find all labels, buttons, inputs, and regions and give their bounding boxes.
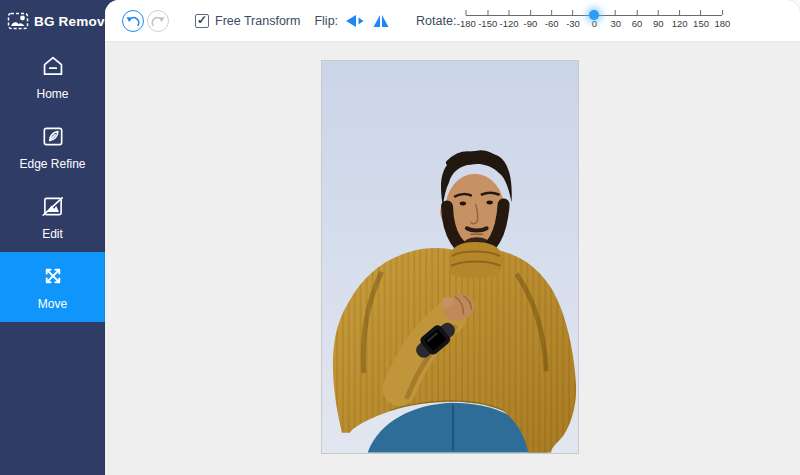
sidebar-item-move[interactable]: Move	[0, 252, 105, 322]
sidebar-item-home[interactable]: Home	[0, 42, 105, 112]
rotate-tick-150: 150	[693, 0, 709, 29]
canvas-image[interactable]	[321, 60, 579, 454]
rotate-tick-120: 120	[672, 0, 688, 29]
rotate-tick-180: 180	[714, 0, 730, 29]
main-panel: Free Transform Flip: Rotate: -180-150-12…	[105, 0, 800, 475]
rotate-tick-30: 30	[610, 0, 621, 29]
rotate-label: Rotate:	[416, 14, 456, 28]
rotate-tick--150: -150	[478, 0, 497, 29]
edit-image-icon	[40, 193, 66, 219]
sidebar-item-edit[interactable]: Edit	[0, 182, 105, 252]
free-transform-checkbox[interactable]	[195, 14, 209, 28]
sidebar-item-label: Move	[38, 297, 67, 311]
flip-label: Flip:	[314, 14, 338, 28]
undo-button[interactable]	[122, 10, 144, 32]
rotate-tick--30: -30	[566, 0, 580, 29]
sidebar-item-label: Edit	[42, 227, 63, 241]
rotate-tick--90: -90	[524, 0, 538, 29]
sidebar-item-label: Home	[36, 87, 68, 101]
rotate-thumb[interactable]	[589, 10, 599, 20]
rotate-tick-90: 90	[653, 0, 664, 29]
app-logo: BG Remover	[0, 0, 105, 42]
flip-vertical-button[interactable]	[372, 13, 390, 29]
rotate-tick--60: -60	[545, 0, 559, 29]
redo-button[interactable]	[147, 10, 169, 32]
person-photo	[322, 61, 578, 453]
sidebar-item-label: Edge Refine	[19, 157, 85, 171]
free-transform-label: Free Transform	[215, 14, 300, 28]
app-title: BG Remover	[34, 14, 105, 29]
sidebar-item-edge-refine[interactable]: Edge Refine	[0, 112, 105, 182]
rotate-tick-60: 60	[632, 0, 643, 29]
move-arrows-icon	[40, 263, 66, 289]
home-icon	[40, 53, 66, 79]
rotate-tick--180: -180	[457, 0, 476, 29]
edge-refine-icon	[40, 123, 66, 149]
bg-remover-logo-icon	[7, 10, 29, 32]
toolbar: Free Transform Flip: Rotate: -180-150-12…	[105, 0, 800, 42]
flip-horizontal-button[interactable]	[345, 13, 365, 29]
rotate-tick--120: -120	[500, 0, 519, 29]
rotate-slider[interactable]: -180-150-120-90-60-300306090120150180	[466, 0, 722, 42]
